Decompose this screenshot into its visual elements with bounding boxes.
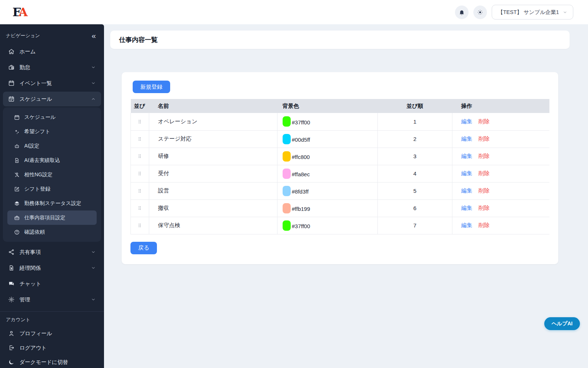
new-registration-button[interactable]: 新規登録	[133, 81, 170, 93]
sidebar-item-label: 共有事項	[19, 249, 41, 256]
edit-link[interactable]: 編集	[461, 170, 472, 176]
account-item-2[interactable]: ダークモードに切替	[3, 355, 101, 368]
chevron-down-icon	[91, 297, 96, 302]
chevron-down-icon	[91, 65, 96, 70]
chevron-up-wrap	[91, 96, 96, 102]
job-color-cell: #37ff00	[277, 217, 378, 234]
color-hex-value: #37ff00	[292, 120, 310, 127]
sidebar-item-label: イベント一覧	[19, 80, 52, 87]
sidebar-subitem-label: AI過去実績取込	[24, 157, 60, 164]
file-import-icon	[14, 158, 20, 163]
sidebar-nav: ホーム勤怠イベント一覧スケジュールスケジュール希望シフトAI設定AI過去実績取込…	[0, 44, 104, 307]
delete-link[interactable]: 削除	[478, 118, 490, 124]
table-row: 研修#ffc8003編集削除	[131, 148, 550, 165]
sidebar-subitem-1[interactable]: 希望シフト	[7, 124, 97, 139]
job-name-cell: 研修	[149, 148, 277, 165]
drag-handle[interactable]	[131, 165, 149, 182]
job-name-cell: 受付	[149, 165, 277, 182]
sidebar-item-4[interactable]: 共有事項	[3, 245, 101, 259]
sidebar-subitem-3[interactable]: AI過去実績取込	[7, 153, 97, 167]
file-yen-icon	[8, 265, 15, 271]
sidebar-item-label: 管理	[19, 296, 30, 303]
home-icon	[8, 48, 15, 55]
sidebar-item-1[interactable]: 勤怠	[3, 60, 101, 75]
theme-toggle-button[interactable]	[473, 6, 487, 19]
bell-icon	[458, 9, 465, 16]
sidebar-subitem-4[interactable]: 相性NG設定	[7, 167, 97, 182]
moon-icon	[8, 359, 15, 365]
delete-link[interactable]: 削除	[478, 205, 490, 211]
color-swatch	[283, 169, 291, 179]
job-name-cell: 撤収	[149, 199, 277, 217]
sort-order-cell: 4	[378, 165, 452, 182]
notifications-button[interactable]	[455, 6, 469, 19]
drag-handle[interactable]	[131, 113, 149, 130]
sidebar-item-0[interactable]: ホーム	[3, 44, 101, 59]
page-title-card: 仕事内容一覧	[110, 31, 570, 49]
delete-link[interactable]: 削除	[478, 187, 490, 194]
sidebar-subitem-7[interactable]: 仕事内容項目設定	[7, 210, 97, 225]
grip-icon	[137, 170, 143, 177]
sidebar-item-2[interactable]: イベント一覧	[3, 76, 101, 91]
sidebar-subitem-8[interactable]: 確認依頼	[7, 225, 97, 239]
drag-handle[interactable]	[131, 217, 149, 234]
briefcase-icon	[14, 215, 20, 221]
grip-icon	[137, 135, 143, 142]
account-item-1[interactable]: ログアウト	[3, 341, 101, 355]
gear-icon	[8, 296, 15, 303]
edit-link[interactable]: 編集	[461, 135, 472, 142]
sidebar-item-3[interactable]: スケジュール	[3, 92, 101, 106]
main-content: 仕事内容一覧 新規登録 並び 名前 背景色 並び順 操作 オペレーション#37f…	[104, 24, 588, 368]
sidebar-collapse-button[interactable]: «	[92, 33, 96, 39]
drag-handle[interactable]	[131, 148, 149, 165]
chevron-down-wrap	[91, 265, 96, 270]
topbar: EA 【TEST】 サンプル企業1	[0, 0, 588, 24]
sidebar-item-label: スケジュール	[19, 96, 52, 103]
help-ai-button[interactable]: ヘルプAI	[544, 317, 580, 330]
back-button[interactable]: 戻る	[130, 242, 157, 254]
job-name-cell: オペレーション	[149, 113, 277, 130]
edit-link[interactable]: 編集	[461, 205, 472, 211]
table-row: 設営#8fd3ff5編集削除	[131, 182, 550, 199]
drag-handle[interactable]	[131, 182, 149, 199]
delete-link[interactable]: 削除	[478, 135, 490, 142]
edit-link[interactable]: 編集	[461, 118, 472, 124]
drag-handle[interactable]	[131, 199, 149, 217]
sort-order-cell: 5	[378, 182, 452, 199]
sidebar-subitem-0[interactable]: スケジュール	[7, 110, 97, 124]
delete-link[interactable]: 削除	[478, 170, 490, 176]
pen-square-icon	[14, 186, 20, 192]
drag-handle[interactable]	[131, 130, 149, 148]
job-name-cell: ステージ対応	[149, 130, 277, 148]
job-list-card: 新規登録 並び 名前 背景色 並び順 操作 オペレーション#37ff001編集削…	[122, 72, 558, 264]
delete-link[interactable]: 削除	[478, 222, 490, 228]
sidebar-subitem-label: 確認依頼	[24, 229, 45, 236]
chevron-down-icon	[563, 10, 567, 15]
actions-cell: 編集削除	[452, 130, 550, 148]
sidebar-subitem-2[interactable]: AI設定	[7, 139, 97, 153]
sort-order-cell: 6	[378, 199, 452, 217]
company-selector[interactable]: 【TEST】 サンプル企業1	[492, 5, 573, 20]
job-color-cell: #8fd3ff	[277, 182, 378, 199]
sidebar-subitem-5[interactable]: シフト登録	[7, 182, 97, 196]
job-table-body: オペレーション#37ff001編集削除ステージ対応#00d5ff2編集削除研修#…	[131, 113, 550, 234]
sidebar-item-6[interactable]: チャット	[3, 276, 101, 291]
table-row: ステージ対応#00d5ff2編集削除	[131, 130, 550, 148]
calendar-check-icon	[8, 96, 15, 102]
edit-link[interactable]: 編集	[461, 153, 472, 159]
sidebar-item-7[interactable]: 管理	[3, 292, 101, 307]
user-icon	[8, 330, 15, 337]
sidebar-subitem-6[interactable]: 勤務体制ステータス設定	[7, 196, 97, 210]
sidebar-subitem-label: スケジュール	[24, 114, 56, 121]
sun-icon	[477, 9, 484, 16]
user-slash-icon	[14, 172, 20, 178]
sidebar-item-5[interactable]: 経理関係	[3, 261, 101, 275]
sun-icon	[477, 9, 484, 16]
color-swatch	[283, 116, 291, 127]
account-item-0[interactable]: プロフィール	[3, 326, 101, 340]
edit-link[interactable]: 編集	[461, 222, 472, 228]
chevron-up-icon	[91, 96, 96, 102]
sidebar-subitem-label: シフト登録	[24, 186, 50, 192]
edit-link[interactable]: 編集	[461, 187, 472, 194]
delete-link[interactable]: 削除	[478, 153, 490, 159]
